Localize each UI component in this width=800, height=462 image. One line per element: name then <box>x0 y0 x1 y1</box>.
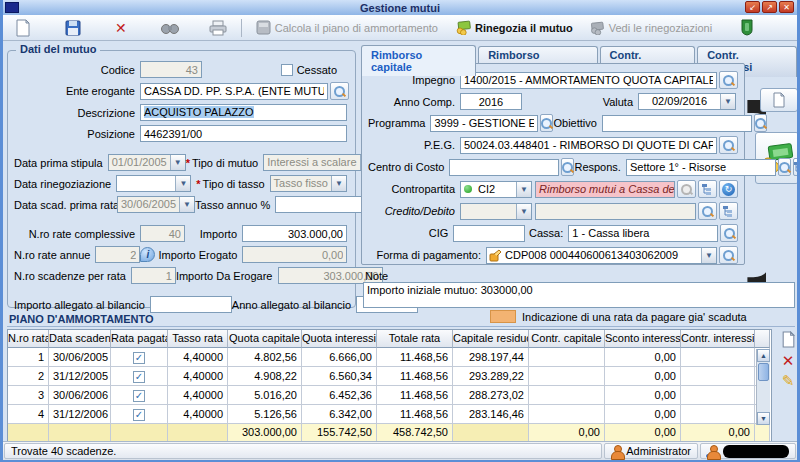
edit-row-icon[interactable]: ✎ <box>782 373 795 388</box>
table-row[interactable]: 3 30/06/2006 ✓ 4,40000 5.016,20 6.452,36… <box>8 386 771 405</box>
contropartita-code-field[interactable]: CI2 ▼ <box>460 181 532 198</box>
new-installment-button[interactable] <box>760 88 798 112</box>
cassa-label: Cassa: <box>525 227 568 239</box>
respons-label: Respons. <box>574 161 625 173</box>
calcola-piano-button[interactable]: Calcola il piano di ammortamento <box>250 18 444 37</box>
data-prima-stipula-label: Data prima stipula <box>14 157 108 169</box>
centro-costo-lookup-button[interactable] <box>561 158 574 176</box>
tab-rimborso-capitale[interactable]: Rimborso capitale <box>361 45 476 76</box>
table-row[interactable]: 1 30/06/2005 ✓ 4,40000 4.802,56 6.666,00… <box>8 348 771 367</box>
note-field[interactable]: Importo iniziale mutuo: 303000,00 <box>363 282 795 308</box>
scroll-up-button[interactable]: ▲ <box>757 349 770 362</box>
status-current-user <box>700 443 796 459</box>
col-contr-interessi[interactable]: Contr. interessi <box>681 330 755 348</box>
new-row-icon[interactable] <box>781 331 796 348</box>
valuta-field[interactable]: 02/09/2016 ▼ <box>638 93 736 110</box>
cassa-lookup-button[interactable] <box>720 224 738 242</box>
save-button[interactable] <box>59 18 87 38</box>
cig-field[interactable] <box>453 225 525 242</box>
col-rata-pagata[interactable]: Rata pagata <box>111 330 168 348</box>
dropdown-arrow-icon[interactable]: ▼ <box>516 182 531 197</box>
info-icon[interactable]: i <box>140 247 155 262</box>
delete-row-icon[interactable]: ✕ <box>782 353 795 368</box>
scrollbar-thumb[interactable] <box>758 363 769 381</box>
close-button[interactable]: ✕ <box>779 1 794 13</box>
dropdown-arrow-icon[interactable]: ▼ <box>175 176 190 191</box>
descrizione-selected-text: ACQUISTO PALAZZO <box>144 106 254 118</box>
contropartita-refresh-button[interactable]: ↻ <box>719 180 738 198</box>
centro-di-costo-field[interactable] <box>449 159 559 176</box>
save-icon <box>65 20 81 36</box>
col-quota-interessi[interactable]: Quota interessi <box>302 330 377 348</box>
status-message: Trovate 40 scadenze. <box>4 443 602 459</box>
peg-field[interactable] <box>460 137 717 154</box>
forma-pagamento-lookup-button[interactable] <box>719 246 738 264</box>
delete-button[interactable]: ✕ <box>109 18 133 38</box>
descrizione-field[interactable]: ACQUISTO PALAZZO <box>140 104 347 121</box>
table-header-row: N.ro rata Data scadenza Rata pagata Tass… <box>8 330 771 348</box>
respons-lookup-button[interactable] <box>778 158 791 176</box>
scaduta-legend: Indicazione di una rata da pagare gia' s… <box>490 310 747 323</box>
programma-field[interactable] <box>430 115 538 132</box>
table-row[interactable]: 4 31/12/2006 ✓ 4,40000 5.126,56 6.342,00… <box>8 405 771 424</box>
importo-allegato-field[interactable] <box>150 296 232 313</box>
respons-field[interactable] <box>626 159 776 176</box>
maximize-button[interactable]: ↗ <box>762 1 777 13</box>
importo-field[interactable] <box>242 225 347 242</box>
rinegozia-button[interactable]: Rinegozia il mutuo <box>448 18 579 37</box>
table-row[interactable]: 2 31/12/2005 ✓ 4,40000 4.908,22 6.560,34… <box>8 367 771 386</box>
respons-tree-button[interactable] <box>793 158 800 176</box>
minimize-button[interactable]: ↙ <box>745 1 760 13</box>
contropartita-desc-field: Rimborso mutui a Cassa depositi e presti… <box>535 181 675 198</box>
ente-erogante-lookup-button[interactable] <box>330 82 349 100</box>
dropdown-arrow-icon[interactable]: ▼ <box>701 248 716 263</box>
cassa-field[interactable] <box>568 225 718 242</box>
ente-erogante-field[interactable] <box>140 83 328 100</box>
exit-shield-icon <box>740 19 754 36</box>
impegno-lookup-button[interactable] <box>719 71 738 89</box>
table-scrollbar[interactable]: ▲ ▼ <box>756 349 770 425</box>
redacted-username <box>723 445 789 458</box>
obiettivo-lookup-button[interactable] <box>754 114 767 132</box>
green-status-icon <box>464 185 472 193</box>
peg-lookup-button[interactable] <box>719 136 738 154</box>
exit-button[interactable] <box>734 17 760 38</box>
rata-pagata-checkbox[interactable]: ✓ <box>133 371 145 383</box>
col-quota-capitale[interactable]: Quota capitale <box>228 330 302 348</box>
data-rinegoziazione-field[interactable]: ▼ <box>116 175 191 192</box>
rata-pagata-checkbox[interactable]: ✓ <box>133 409 145 421</box>
tasso-annuo-label: Tasso annuo % <box>195 199 275 211</box>
col-capitale-residuo[interactable]: Capitale residuo <box>453 330 529 348</box>
forma-pagamento-field[interactable]: CDP008 000440600613403062009 ▼ <box>486 247 717 264</box>
impegno-field[interactable] <box>460 72 717 89</box>
rata-pagata-checkbox[interactable]: ✓ <box>133 352 145 364</box>
search-button[interactable] <box>155 19 185 37</box>
print-button[interactable] <box>203 18 233 38</box>
grid-side-toolbar: ✕ ✎ <box>777 331 799 388</box>
credito-debito-lookup-button[interactable] <box>698 202 717 220</box>
programma-lookup-button[interactable] <box>540 114 553 132</box>
printer-icon <box>209 20 227 36</box>
cessato-checkbox[interactable] <box>281 64 293 76</box>
anno-comp-field[interactable] <box>460 93 522 110</box>
scroll-down-button[interactable]: ▼ <box>757 412 770 425</box>
col-totale-rata[interactable]: Totale rata <box>377 330 453 348</box>
scadenze-per-rata-label: N.ro scadenze per rata <box>14 270 131 282</box>
new-button[interactable] <box>9 17 37 39</box>
contropartita-tree-button[interactable] <box>698 180 717 198</box>
dropdown-arrow-icon[interactable]: ▼ <box>720 94 735 109</box>
col-nro-rata[interactable]: N.ro rata <box>8 330 49 348</box>
col-tasso-rata[interactable]: Tasso rata <box>168 330 228 348</box>
col-data-scadenza[interactable]: Data scadenza <box>49 330 111 348</box>
tree-view-icon <box>794 162 800 173</box>
obiettivo-field[interactable] <box>602 115 752 132</box>
vedi-rinegoziazioni-button[interactable]: Vedi le rinegoziazioni <box>583 19 718 37</box>
rata-pagata-checkbox[interactable]: ✓ <box>133 390 145 402</box>
piano-divider <box>7 326 795 327</box>
col-sconto-interessi[interactable]: Sconto interessi <box>605 330 681 348</box>
col-contr-capitale[interactable]: Contr. capitale <box>529 330 605 348</box>
amortization-table: N.ro rata Data scadenza Rata pagata Tass… <box>7 329 772 443</box>
gestione-mutui-window: Gestione mutui ↙ ↗ ✕ ✕ Calcola il piano … <box>0 0 800 462</box>
posizione-field[interactable] <box>140 125 347 142</box>
credito-debito-tree-button[interactable] <box>719 202 738 220</box>
